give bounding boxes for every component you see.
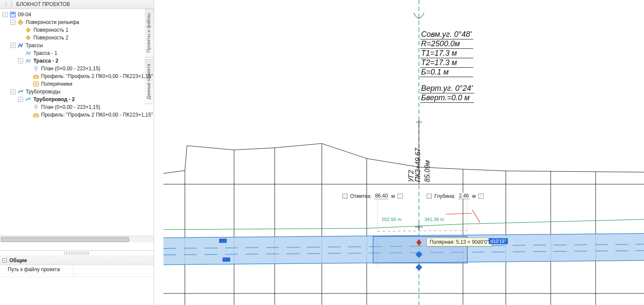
project-icon (9, 11, 16, 18)
tracking-tag: d10'19" (489, 238, 508, 244)
tree-root[interactable]: − 09-04 (0, 11, 154, 18)
tree-item-route2-cross[interactable]: Поперечники (0, 80, 154, 88)
props-row-empty (0, 274, 154, 277)
tree-item-pipe2-plan[interactable]: План (0+0,00 - 223+1,15) (0, 103, 154, 111)
tree-label: План (0+0,00 - 223+1,15) (41, 104, 100, 110)
profile-icon (33, 111, 39, 118)
svg-line-31 (446, 213, 472, 214)
panel-title: БЛОКНОТ ПРОЕКТОВ (16, 1, 70, 7)
scroll-thumb[interactable] (1, 237, 129, 242)
collapse-icon[interactable]: − (18, 58, 23, 63)
drawing-svg (163, 0, 644, 305)
vert-angle: Верт.уг. 0°24' (420, 84, 474, 93)
tree-item-route1[interactable]: Трасса - 1 (0, 49, 154, 57)
panel-title-bar: ⋮⋮ БЛОКНОТ ПРОЕКТОВ (0, 0, 154, 9)
lock-icon[interactable]: ⬚ (342, 194, 347, 199)
collapse-icon[interactable]: − (10, 89, 15, 94)
tree-item-surface2[interactable]: Поверхность 2 (0, 34, 154, 42)
tree-item-pipe2-profile[interactable]: Профиль: "Профиль 2 ПК0+0,00 - ПК223+1,1… (0, 111, 154, 119)
dyn-elevation[interactable]: ⬚ Отметка: 86.40 м ⋮ (342, 193, 403, 199)
tree-label: Трасса - 2 (33, 58, 58, 64)
collapse-icon[interactable]: − (3, 12, 8, 17)
dyn-elev-unit: м (391, 193, 395, 199)
tree-item-pipe2[interactable]: − Трубопровод - 2 (0, 96, 154, 103)
diamond-gold-icon (17, 19, 24, 26)
cross-section-icon (33, 81, 39, 87)
route-small-icon (25, 50, 32, 57)
svg-point-5 (35, 66, 37, 69)
route-icon (17, 42, 24, 49)
tree-label: Поверхности рельефа (26, 19, 79, 25)
grip-icon[interactable]: ⋮ (398, 194, 403, 199)
svg-line-32 (472, 210, 480, 223)
tree-label: Поверхность 2 (33, 35, 68, 41)
tree-root-label: 09-04 (18, 12, 31, 18)
svg-rect-29 (219, 239, 227, 243)
collapse-icon[interactable]: − (10, 20, 15, 25)
tree-hscroll[interactable] (0, 236, 154, 242)
tree-label: Профиль: "Профиль 2 ПК0+0,00 - ПК223+1,1… (41, 73, 153, 79)
tree-group-pipes[interactable]: − Трубопроводы (0, 88, 154, 96)
tree-label: Поверхность 1 (33, 27, 68, 33)
tree-group-routes[interactable]: − Трассы (0, 42, 154, 49)
vlabel-offset: 85.09м (424, 160, 431, 182)
curve-combined-angle: Совм.уг. 0°48' (420, 30, 473, 39)
vert-params: Верт.уг. 0°24' Бверт.=0.0 м (420, 84, 474, 103)
project-tree[interactable]: − 09-04 − Поверхности рельефа Поверхност… (0, 9, 154, 242)
vert-b: Бверт.=0.0 м (420, 93, 474, 103)
tree-item-route2-plan[interactable]: План (0+0,00 - 223+1,15) (0, 65, 154, 72)
collapse-icon[interactable]: − (10, 43, 15, 48)
svg-rect-30 (223, 257, 230, 262)
dyn-depth[interactable]: ⬚ Глубина: 2.46 м ⋮ (427, 193, 484, 199)
lock-icon[interactable]: ⬚ (427, 194, 432, 199)
vlabel-ug: УГ2 (407, 170, 415, 182)
svg-marker-35 (415, 264, 422, 271)
tree-label: Трубопроводы (26, 89, 60, 95)
properties-panel: − Общие Путь к файлу проекта (0, 250, 154, 305)
polar-tooltip: Полярная: 5.13 < 90d0'0" (427, 238, 492, 246)
route-small-icon (25, 57, 32, 64)
svg-marker-2 (18, 20, 23, 25)
dyn-elev-value[interactable]: 86.40 (374, 193, 389, 199)
dyn-depth-value[interactable]: 2.46 (458, 193, 469, 199)
pipe-small-icon (25, 96, 32, 103)
svg-marker-4 (26, 36, 30, 40)
pin-icon (33, 65, 39, 72)
props-value (73, 274, 154, 277)
resize-grip[interactable] (64, 251, 90, 255)
props-value[interactable] (73, 265, 154, 274)
svg-marker-3 (26, 28, 30, 32)
props-name: Путь к файлу проекта (0, 265, 73, 274)
props-name (0, 274, 73, 277)
curve-radius: R=2500.0м (420, 39, 473, 49)
tree-group-surfaces[interactable]: − Поверхности рельефа (0, 18, 154, 26)
svg-rect-0 (10, 12, 15, 17)
tree-label: Трубопровод - 2 (33, 96, 75, 102)
curve-t1: T1=17.3 м (420, 49, 473, 58)
dyn-elev-label: Отметка: (350, 193, 371, 199)
tree-label: Трасса - 1 (33, 50, 57, 56)
svg-rect-1 (11, 13, 15, 14)
pin-icon (33, 104, 39, 111)
tree-item-route2-profile[interactable]: Профиль: "Профиль 2 ПК0+0,00 - ПК223+1,1… (0, 72, 154, 80)
meas-right: 341.34 m (424, 217, 444, 222)
svg-rect-13 (33, 115, 39, 117)
tree-label: План (0+0,00 - 223+1,15) (41, 66, 100, 72)
meas-left: 202.56 m (382, 217, 401, 222)
tree-item-surface1[interactable]: Поверхность 1 (0, 26, 154, 34)
dyn-depth-unit: м (472, 193, 476, 199)
left-panel: ⋮⋮ БЛОКНОТ ПРОЕКТОВ Проекты и файлы Данн… (0, 0, 154, 305)
pipe-icon (17, 88, 24, 95)
collapse-icon[interactable]: − (18, 97, 23, 102)
grip-icon[interactable]: ⋮ (478, 194, 484, 199)
drawing-canvas[interactable]: Совм.уг. 0°48' R=2500.0м T1=17.3 м T2=17… (163, 0, 644, 305)
props-row[interactable]: Путь к файлу проекта (0, 265, 154, 274)
curve-t2: T2=17.3 м (420, 58, 473, 68)
grip-icon: ⋮⋮ (3, 1, 15, 7)
tree-label: Трассы (26, 42, 43, 48)
tree-item-route2[interactable]: − Трасса - 2 (0, 57, 154, 65)
vlabel-pk: ПК3+49.67 (414, 148, 422, 182)
collapse-icon[interactable]: − (3, 258, 7, 263)
props-header[interactable]: − Общие (0, 256, 154, 265)
tree-label: Поперечники (41, 81, 72, 87)
